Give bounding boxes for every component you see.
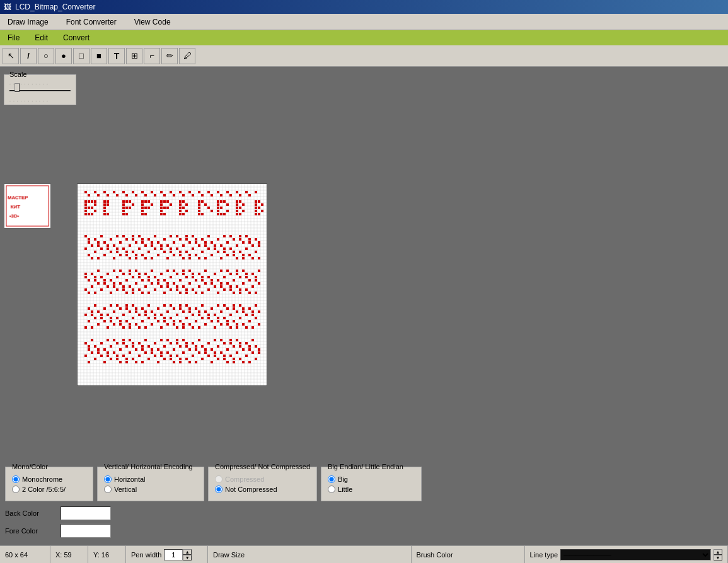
- status-pen-width: Pen width ▲ ▼: [126, 546, 208, 563]
- status-draw-size: Draw Size: [208, 546, 412, 563]
- submenu-convert[interactable]: Convert: [61, 33, 92, 43]
- monochrome-option: Monochrome: [12, 475, 86, 483]
- mono-color-group: Mono/Color Monochrome 2 Color /5:6:5/: [5, 463, 93, 501]
- compressed-label: Compressed: [225, 475, 264, 483]
- little-endian-label: Little: [338, 486, 352, 493]
- big-endian-label: Big: [338, 475, 348, 483]
- compression-label: Compressed/ Not Compressed: [215, 463, 310, 470]
- scale-panel: Scale . . . . . . . . . . . . . . . . . …: [4, 71, 76, 105]
- line-type-up[interactable]: ▲: [714, 549, 722, 555]
- vertical-label: Vertical: [114, 486, 137, 493]
- 2color-radio[interactable]: [12, 486, 20, 493]
- status-y: Y: 16: [88, 546, 126, 563]
- submenu-edit[interactable]: Edit: [32, 33, 50, 43]
- horizontal-radio[interactable]: [104, 475, 112, 483]
- title-bar: 🖼 LCD_Bitmap_Converter: [0, 0, 728, 14]
- bottom-section: Mono/Color Monochrome 2 Color /5:6:5/ Ve…: [0, 459, 728, 545]
- status-x: X: 59: [50, 546, 88, 563]
- x-coord-text: X: 59: [55, 551, 72, 559]
- preview-canvas: [4, 184, 50, 228]
- ellipse-tool-btn[interactable]: ○: [38, 48, 54, 64]
- pen-width-up[interactable]: ▲: [183, 549, 192, 555]
- endian-group: Big Endian/ Little Endian Big Little: [321, 463, 422, 501]
- pen-width-label: Pen width: [131, 551, 161, 559]
- encoding-group: Vertical/ Horizontal Encoding Horizontal…: [97, 463, 204, 501]
- encoding-label: Vertical/ Horizontal Encoding: [104, 463, 193, 470]
- vertical-option: Vertical: [104, 486, 197, 493]
- options-group: Mono/Color Monochrome 2 Color /5:6:5/ Ve…: [5, 463, 723, 501]
- status-brush-color: Brush Color: [412, 546, 525, 563]
- sub-menu-bar: File Edit Convert: [0, 30, 728, 45]
- scale-dots-bottom: . . . . . . . . . . .: [9, 98, 71, 102]
- 2color-option: 2 Color /5:6:5/: [12, 486, 86, 493]
- horizontal-option: Horizontal: [104, 475, 197, 483]
- horizontal-label: Horizontal: [114, 475, 146, 483]
- compression-group: Compressed/ Not Compressed Compressed No…: [208, 463, 317, 501]
- 2color-label: 2 Color /5:6:5/: [22, 486, 66, 493]
- back-color-row: Back Color: [5, 506, 723, 520]
- not-compressed-option: Not Compressed: [215, 486, 310, 493]
- submenu-file[interactable]: File: [5, 33, 22, 43]
- bitmap-canvas[interactable]: [77, 183, 267, 386]
- monochrome-label: Monochrome: [22, 475, 62, 483]
- status-line-type: Line type ──────── - - - - - · · · · · ▲…: [525, 546, 729, 563]
- big-endian-radio[interactable]: [328, 475, 335, 483]
- menu-draw-image[interactable]: Draw Image: [4, 16, 52, 28]
- monochrome-radio[interactable]: [12, 475, 20, 483]
- arrow-tool-btn[interactable]: ↖: [3, 48, 19, 64]
- big-endian-option: Big: [328, 475, 415, 483]
- not-compressed-label: Not Compressed: [225, 486, 277, 493]
- circle-tool-btn[interactable]: ●: [55, 48, 72, 64]
- fore-color-label: Fore Color: [5, 527, 55, 535]
- line-type-select[interactable]: ──────── - - - - - · · · · ·: [560, 549, 711, 560]
- compressed-option: Compressed: [215, 475, 310, 483]
- not-compressed-radio[interactable]: [215, 486, 222, 493]
- menu-bar: Draw Image Font Converter View Code: [0, 14, 728, 30]
- y-coord-text: Y: 16: [93, 551, 109, 559]
- line-type-down[interactable]: ▼: [714, 555, 722, 560]
- back-color-swatch[interactable]: [61, 506, 111, 520]
- toolbar: ↖ / ○ ● □ ■ T ⊞ ⌐ ✏ 🖊: [0, 45, 728, 67]
- app-title: LCD_Bitmap_Converter: [15, 3, 95, 11]
- pen-width-input[interactable]: ▲ ▼: [164, 549, 192, 560]
- status-dimensions: 60 x 64: [0, 546, 50, 563]
- preview-thumbnail: [4, 183, 51, 229]
- select-tool-btn[interactable]: ⌐: [144, 48, 160, 64]
- brush-color-text: Brush Color: [417, 551, 453, 559]
- status-bar: 60 x 64 X: 59 Y: 16 Pen width ▲ ▼ Draw S…: [0, 545, 728, 563]
- rect-filled-tool-btn[interactable]: ■: [91, 48, 107, 64]
- scale-handle[interactable]: [14, 83, 20, 92]
- fore-color-row: Fore Color: [5, 524, 723, 538]
- pen-width-down[interactable]: ▼: [183, 555, 192, 560]
- color-fill-tool-btn[interactable]: 🖊: [179, 48, 195, 64]
- grid-view-tool-btn[interactable]: ⊞: [126, 48, 142, 64]
- pen-width-value[interactable]: [164, 549, 183, 560]
- scale-label: Scale: [9, 71, 27, 78]
- line-type-text: Line type: [530, 551, 558, 559]
- menu-font-converter[interactable]: Font Converter: [62, 16, 120, 28]
- compressed-radio[interactable]: [215, 475, 222, 483]
- dimensions-text: 60 x 64: [5, 551, 28, 559]
- mono-color-label: Mono/Color: [12, 463, 48, 470]
- draw-size-text: Draw Size: [213, 551, 245, 559]
- pencil-tool-btn[interactable]: ✏: [161, 48, 178, 64]
- text-tool-btn[interactable]: T: [108, 48, 125, 64]
- vertical-radio[interactable]: [104, 486, 112, 493]
- back-color-label: Back Color: [5, 509, 55, 517]
- little-endian-radio[interactable]: [328, 486, 335, 493]
- menu-view-code[interactable]: View Code: [130, 16, 175, 28]
- diagonal-line-tool-btn[interactable]: /: [20, 48, 37, 64]
- endian-label: Big Endian/ Little Endian: [328, 463, 403, 470]
- fore-color-swatch[interactable]: [61, 524, 111, 538]
- canvas-area[interactable]: [77, 183, 267, 387]
- app-icon: 🖼: [4, 3, 11, 11]
- little-endian-option: Little: [328, 486, 415, 493]
- rect-outline-tool-btn[interactable]: □: [73, 48, 90, 64]
